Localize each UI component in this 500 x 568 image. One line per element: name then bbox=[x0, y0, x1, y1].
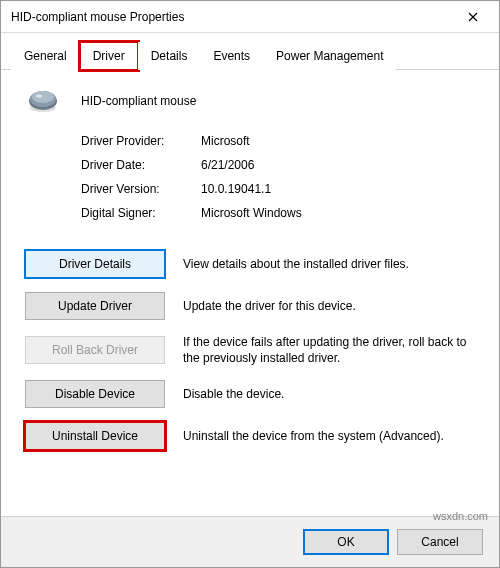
roll-back-driver-button: Roll Back Driver bbox=[25, 336, 165, 364]
properties-window: HID-compliant mouse Properties General D… bbox=[0, 0, 500, 568]
disable-device-desc: Disable the device. bbox=[183, 386, 475, 402]
action-buttons: Driver Details View details about the in… bbox=[25, 250, 475, 450]
tab-driver[interactable]: Driver bbox=[80, 42, 138, 70]
device-header: HID-compliant mouse bbox=[25, 88, 475, 114]
svg-point-4 bbox=[36, 95, 42, 98]
date-label: Driver Date: bbox=[81, 158, 201, 172]
svg-point-3 bbox=[32, 91, 54, 103]
tab-general-label: General bbox=[24, 49, 67, 63]
ok-button[interactable]: OK bbox=[303, 529, 389, 555]
cancel-button[interactable]: Cancel bbox=[397, 529, 483, 555]
signer-value: Microsoft Windows bbox=[201, 206, 302, 220]
driver-details-desc: View details about the installed driver … bbox=[183, 256, 475, 272]
watermark: wsxdn.com bbox=[433, 510, 488, 522]
tab-events-label: Events bbox=[213, 49, 250, 63]
driver-properties: Driver Provider: Microsoft Driver Date: … bbox=[81, 134, 475, 230]
close-icon bbox=[468, 12, 478, 22]
provider-value: Microsoft bbox=[201, 134, 250, 148]
window-title: HID-compliant mouse Properties bbox=[11, 10, 184, 24]
close-button[interactable] bbox=[453, 3, 493, 31]
version-value: 10.0.19041.1 bbox=[201, 182, 271, 196]
tab-content: HID-compliant mouse Driver Provider: Mic… bbox=[1, 70, 499, 516]
version-label: Driver Version: bbox=[81, 182, 201, 196]
uninstall-device-desc: Uninstall the device from the system (Ad… bbox=[183, 428, 475, 444]
tab-details[interactable]: Details bbox=[138, 42, 201, 70]
disable-device-button[interactable]: Disable Device bbox=[25, 380, 165, 408]
update-driver-button[interactable]: Update Driver bbox=[25, 292, 165, 320]
driver-details-button[interactable]: Driver Details bbox=[25, 250, 165, 278]
device-name: HID-compliant mouse bbox=[81, 94, 196, 108]
tab-events[interactable]: Events bbox=[200, 42, 263, 70]
titlebar: HID-compliant mouse Properties bbox=[1, 1, 499, 33]
tab-power-management[interactable]: Power Management bbox=[263, 42, 396, 70]
roll-back-driver-desc: If the device fails after updating the d… bbox=[183, 334, 475, 366]
signer-label: Digital Signer: bbox=[81, 206, 201, 220]
date-value: 6/21/2006 bbox=[201, 158, 254, 172]
uninstall-device-button[interactable]: Uninstall Device bbox=[25, 422, 165, 450]
mouse-icon bbox=[25, 88, 61, 114]
provider-label: Driver Provider: bbox=[81, 134, 201, 148]
update-driver-desc: Update the driver for this device. bbox=[183, 298, 475, 314]
tab-details-label: Details bbox=[151, 49, 188, 63]
tab-power-label: Power Management bbox=[276, 49, 383, 63]
tab-general[interactable]: General bbox=[11, 42, 80, 70]
tab-driver-label: Driver bbox=[93, 49, 125, 63]
dialog-footer: OK Cancel bbox=[1, 516, 499, 567]
tab-bar: General Driver Details Events Power Mana… bbox=[1, 33, 499, 70]
